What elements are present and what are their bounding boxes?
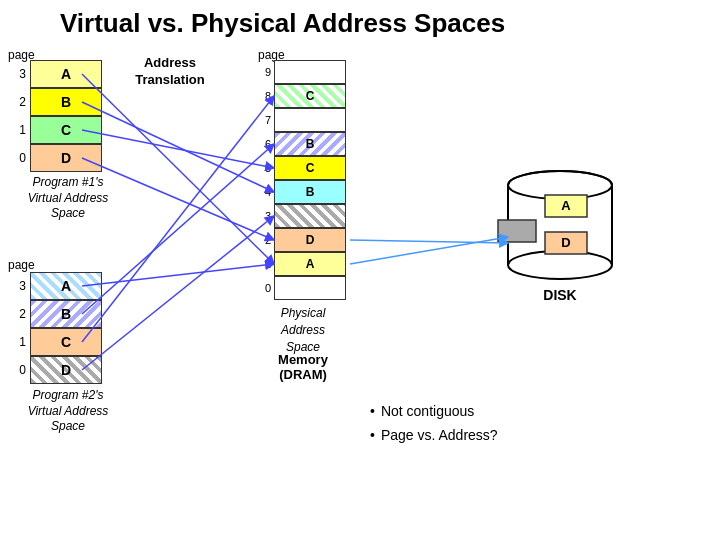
- table-row: 0 D: [10, 356, 102, 384]
- table-row: 8 C: [258, 84, 346, 108]
- table-row: 3 A: [10, 272, 102, 300]
- row-number: 7: [258, 114, 274, 126]
- table-row: 5 C: [258, 156, 346, 180]
- table-row: 9: [258, 60, 346, 84]
- row-number: 8: [258, 90, 274, 102]
- row-cell: A: [274, 252, 346, 276]
- svg-rect-10: [498, 220, 536, 242]
- svg-line-12: [82, 74, 274, 264]
- row-cell: A: [30, 60, 102, 88]
- svg-line-21: [350, 240, 508, 243]
- bullet-list: • Not contiguous • Page vs. Address?: [370, 400, 498, 448]
- table-row: 2 B: [10, 300, 102, 328]
- row-number: 9: [258, 66, 274, 78]
- phys-address-space: 9 8 C 7 6 B 5 C 4 B 3 2 D 1 A 0: [258, 60, 346, 300]
- row-number: 2: [10, 95, 30, 109]
- prog1-virtual-address-space: 3 A 2 B 1 C 0 D: [10, 60, 102, 172]
- svg-text:DISK: DISK: [543, 287, 576, 303]
- row-number: 1: [10, 123, 30, 137]
- row-cell: [274, 108, 346, 132]
- row-cell: [274, 204, 346, 228]
- phys-caption: Physical Address Space: [258, 305, 348, 355]
- row-cell: C: [30, 328, 102, 356]
- table-row: 0 D: [10, 144, 102, 172]
- list-item: • Page vs. Address?: [370, 424, 498, 448]
- row-number: 5: [258, 162, 274, 174]
- table-row: 4 B: [258, 180, 346, 204]
- table-row: 3: [258, 204, 346, 228]
- prog2-caption: Program #2's Virtual Address Space: [18, 388, 118, 435]
- prog2-virtual-address-space: 3 A 2 B 1 C 0 D: [10, 272, 102, 384]
- list-item: • Not contiguous: [370, 400, 498, 424]
- row-number: 0: [258, 282, 274, 294]
- phys-memory-label: Memory (DRAM): [258, 352, 348, 382]
- row-number: 1: [10, 335, 30, 349]
- svg-point-0: [508, 171, 612, 199]
- row-cell: [274, 60, 346, 84]
- row-cell: B: [30, 88, 102, 116]
- row-number: 3: [10, 67, 30, 81]
- row-cell: C: [30, 116, 102, 144]
- table-row: 1 A: [258, 252, 346, 276]
- bullet-icon: •: [370, 400, 375, 424]
- row-number: 1: [258, 258, 274, 270]
- table-row: 7: [258, 108, 346, 132]
- table-row: 1 C: [10, 328, 102, 356]
- row-number: 6: [258, 138, 274, 150]
- row-number: 0: [10, 151, 30, 165]
- row-cell: B: [274, 180, 346, 204]
- svg-text:A: A: [561, 198, 571, 213]
- svg-line-17: [82, 144, 274, 314]
- bullet-text: Not contiguous: [381, 400, 474, 424]
- table-row: 2 B: [10, 88, 102, 116]
- svg-point-4: [508, 251, 612, 279]
- diagram-overlay: A D DISK: [0, 0, 720, 540]
- svg-rect-1: [508, 185, 612, 265]
- table-row: 0: [258, 276, 346, 300]
- row-cell: [274, 276, 346, 300]
- svg-text:D: D: [561, 235, 570, 250]
- row-cell: B: [274, 132, 346, 156]
- svg-line-14: [82, 130, 274, 168]
- row-number: 0: [10, 363, 30, 377]
- row-cell: D: [274, 228, 346, 252]
- svg-line-19: [82, 216, 274, 370]
- row-cell: D: [30, 144, 102, 172]
- svg-rect-6: [545, 195, 587, 217]
- bullet-icon: •: [370, 424, 375, 448]
- table-row: 2 D: [258, 228, 346, 252]
- prog1-caption: Program #1's Virtual Address Space: [18, 175, 118, 222]
- prog2-page-label: page: [8, 258, 35, 272]
- table-row: 6 B: [258, 132, 346, 156]
- svg-point-5: [508, 171, 612, 199]
- row-number: 3: [10, 279, 30, 293]
- bullet-text: Page vs. Address?: [381, 424, 498, 448]
- row-number: 2: [10, 307, 30, 321]
- row-cell: D: [30, 356, 102, 384]
- row-cell: C: [274, 156, 346, 180]
- svg-line-20: [350, 237, 508, 264]
- row-cell: B: [30, 300, 102, 328]
- row-number: 2: [258, 234, 274, 246]
- addr-translation-label: Address Translation: [130, 55, 210, 89]
- svg-line-16: [82, 264, 274, 286]
- table-row: 3 A: [10, 60, 102, 88]
- row-number: 3: [258, 210, 274, 222]
- row-cell: C: [274, 84, 346, 108]
- row-cell: A: [30, 272, 102, 300]
- main-title: Virtual vs. Physical Address Spaces: [60, 8, 505, 39]
- svg-rect-8: [545, 232, 587, 254]
- row-number: 4: [258, 186, 274, 198]
- table-row: 1 C: [10, 116, 102, 144]
